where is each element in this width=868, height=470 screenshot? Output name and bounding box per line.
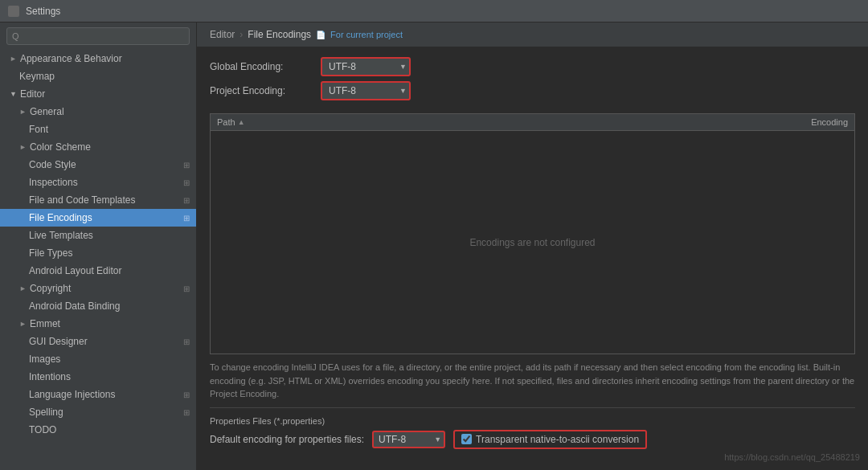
sidebar-item-label: Font: [29, 124, 48, 135]
sidebar-item-label: Live Templates: [29, 230, 93, 241]
sidebar-item-color-scheme[interactable]: ► Color Scheme: [0, 138, 196, 156]
transparent-conversion-checkbox[interactable]: [461, 434, 472, 444]
transparent-conversion-label: Transparent native-to-ascii conversion: [476, 434, 639, 445]
sidebar-item-keymap[interactable]: Keymap: [0, 67, 196, 85]
sidebar-item-images[interactable]: Images: [0, 350, 196, 368]
search-box[interactable]: Q: [6, 27, 190, 45]
default-encoding-label: Default encoding for properties files:: [210, 434, 364, 445]
sidebar-item-label: General: [30, 106, 64, 117]
sidebar-item-intentions[interactable]: Intentions: [0, 368, 196, 386]
search-icon: Q: [12, 31, 19, 41]
sidebar-item-file-encodings[interactable]: File Encodings ⊞: [0, 209, 196, 227]
description-text: To change encoding IntelliJ IDEA uses fo…: [210, 361, 855, 408]
sidebar-item-label: TODO: [29, 424, 56, 435]
file-icon: 📄: [316, 31, 326, 39]
properties-section-label: Properties Files (*.properties): [210, 416, 855, 426]
titlebar: Settings: [0, 0, 868, 22]
search-input[interactable]: [23, 31, 184, 42]
arrow-icon: ►: [19, 108, 27, 116]
sidebar-item-label: Language Injections: [29, 389, 115, 400]
arrow-icon: ►: [10, 55, 17, 63]
transparent-conversion-checkbox-wrapper[interactable]: Transparent native-to-ascii conversion: [453, 430, 647, 449]
sidebar-item-live-templates[interactable]: Live Templates: [0, 227, 196, 244]
arrow-icon: ►: [19, 284, 27, 292]
project-encoding-select[interactable]: UTF-8 UTF-16 ISO-8859-1 Windows-1252 US-…: [321, 81, 411, 100]
global-encoding-label: Global Encoding:: [210, 61, 314, 72]
project-encoding-select-wrapper: UTF-8 UTF-16 ISO-8859-1 Windows-1252 US-…: [321, 81, 411, 100]
arrow-icon: ►: [19, 320, 27, 328]
sidebar-item-appearance[interactable]: ► Appearance & Behavior: [0, 50, 196, 67]
sidebar-item-spelling[interactable]: Spelling ⊞: [0, 403, 196, 421]
settings-icon: ⊞: [183, 408, 190, 417]
sidebar-item-label: Copyright: [30, 283, 71, 294]
sidebar-item-label: Inspections: [29, 177, 78, 188]
encoding-column-header: Encoding: [768, 117, 848, 127]
sidebar-item-label: Editor: [20, 88, 45, 100]
properties-encoding-select[interactable]: UTF-8 UTF-16 ISO-8859-1: [372, 431, 445, 448]
app-icon: [8, 6, 19, 17]
breadcrumb-project-link[interactable]: For current project: [330, 30, 403, 39]
table-header: Path ▲ Encoding: [211, 114, 854, 131]
path-column-header: Path ▲: [217, 117, 768, 127]
project-encoding-label: Project Encoding:: [210, 85, 314, 96]
sidebar-item-todo[interactable]: TODO: [0, 421, 196, 439]
settings-icon: ⊞: [183, 161, 190, 170]
sidebar-item-emmet[interactable]: ► Emmet: [0, 315, 196, 333]
sidebar-item-gui-designer[interactable]: GUI Designer ⊞: [0, 333, 196, 350]
sidebar-item-copyright[interactable]: ► Copyright ⊞: [0, 280, 196, 297]
properties-section: Properties Files (*.properties) Default …: [210, 416, 855, 449]
sidebar: Q ► Appearance & Behavior Keymap ▼ Edito…: [0, 22, 197, 470]
sidebar-item-label: File Types: [29, 247, 72, 259]
sidebar-item-android-layout-editor[interactable]: Android Layout Editor: [0, 262, 196, 280]
project-encoding-row: Project Encoding: UTF-8 UTF-16 ISO-8859-…: [210, 81, 855, 100]
encodings-table: Path ▲ Encoding Encodings are not config…: [210, 113, 855, 354]
settings-icon: ⊞: [183, 178, 190, 187]
sidebar-item-label: File Encodings: [29, 212, 92, 223]
sidebar-item-android-data-binding[interactable]: Android Data Binding: [0, 297, 196, 315]
titlebar-title: Settings: [26, 6, 60, 17]
sidebar-item-general[interactable]: ► General: [0, 103, 196, 121]
sidebar-item-label: Code Style: [29, 159, 76, 170]
settings-icon: ⊞: [183, 284, 190, 293]
breadcrumb: Editor › File Encodings 📄 For current pr…: [197, 22, 868, 47]
sidebar-item-inspections[interactable]: Inspections ⊞: [0, 174, 196, 191]
sidebar-item-code-style[interactable]: Code Style ⊞: [0, 156, 196, 174]
breadcrumb-current: File Encodings: [248, 29, 311, 40]
sidebar-item-label: Emmet: [30, 318, 60, 329]
sidebar-item-editor[interactable]: ▼ Editor: [0, 85, 196, 103]
arrow-icon: ▼: [10, 90, 17, 98]
settings-body: Global Encoding: UTF-8 UTF-16 ISO-8859-1…: [197, 47, 868, 470]
sidebar-item-label: GUI Designer: [29, 336, 88, 347]
sidebar-item-label: Keymap: [19, 71, 55, 82]
sidebar-item-file-types[interactable]: File Types: [0, 244, 196, 262]
sidebar-item-label: Android Data Binding: [29, 300, 120, 312]
properties-row: Default encoding for properties files: U…: [210, 430, 855, 449]
sidebar-item-file-code-templates[interactable]: File and Code Templates ⊞: [0, 191, 196, 209]
global-encoding-select[interactable]: UTF-8 UTF-16 ISO-8859-1 Windows-1252 US-…: [321, 57, 411, 76]
sidebar-item-label: Android Layout Editor: [29, 265, 121, 276]
sidebar-item-label: Appearance & Behavior: [20, 53, 122, 64]
table-empty-message: Encodings are not configured: [211, 131, 854, 354]
sidebar-item-label: Images: [29, 354, 60, 365]
settings-icon: ⊞: [183, 337, 190, 346]
main-layout: Q ► Appearance & Behavior Keymap ▼ Edito…: [0, 22, 868, 470]
sidebar-item-font[interactable]: Font: [0, 121, 196, 138]
global-encoding-select-wrapper: UTF-8 UTF-16 ISO-8859-1 Windows-1252 US-…: [321, 57, 411, 76]
sort-arrow-icon: ▲: [238, 118, 245, 126]
properties-encoding-select-wrapper: UTF-8 UTF-16 ISO-8859-1 ▼: [372, 431, 445, 448]
sidebar-item-label: File and Code Templates: [29, 194, 136, 206]
settings-icon: ⊞: [183, 390, 190, 399]
breadcrumb-editor: Editor: [210, 29, 235, 40]
settings-icon: ⊞: [183, 214, 190, 223]
settings-icon: ⊞: [183, 196, 190, 205]
breadcrumb-separator: ›: [240, 29, 243, 40]
global-encoding-row: Global Encoding: UTF-8 UTF-16 ISO-8859-1…: [210, 57, 855, 76]
sidebar-item-label: Spelling: [29, 407, 63, 418]
sidebar-item-label: Color Scheme: [30, 141, 91, 153]
sidebar-item-label: Intentions: [29, 371, 71, 382]
arrow-icon: ►: [19, 143, 27, 151]
sidebar-item-language-injections[interactable]: Language Injections ⊞: [0, 386, 196, 403]
content-area: Editor › File Encodings 📄 For current pr…: [197, 22, 868, 470]
